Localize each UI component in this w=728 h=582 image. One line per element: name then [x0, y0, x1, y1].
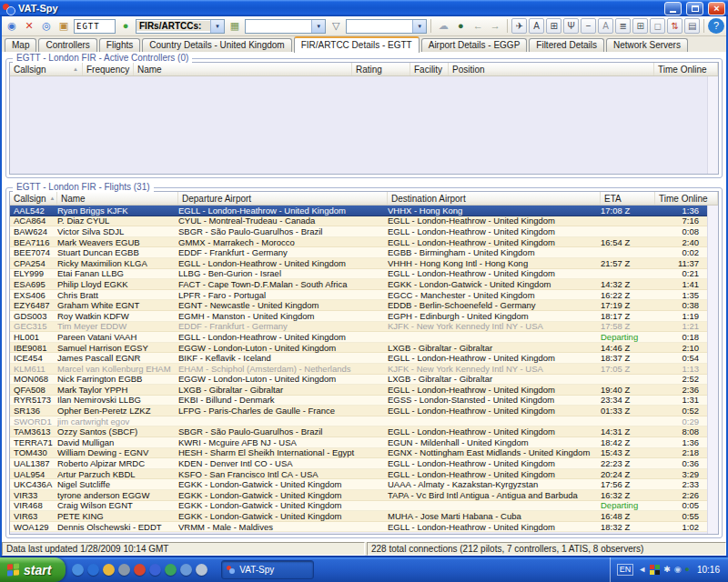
- flight-row-woa129[interactable]: WOA129Dennis Olschewski - EDDTVRMM - Mal…: [10, 522, 708, 533]
- toggle-outline-icon[interactable]: ◻: [650, 18, 665, 34]
- flight-row-qfa508[interactable]: QFA508Mark Taylor YPPHLXGB - Gibraltar -…: [10, 385, 708, 396]
- flight-row-baw624[interactable]: BAW624Victor Silva SDJLSBGR - São Paulo-…: [10, 226, 708, 237]
- tab-flights[interactable]: Flights: [99, 38, 140, 52]
- column-header-callsign[interactable]: Callsign▲: [10, 63, 83, 75]
- go-icon[interactable]: ●: [117, 18, 134, 34]
- toggle-airport-labels-icon[interactable]: A: [598, 18, 613, 34]
- flight-row-terra71[interactable]: TERRA71David MulliganKWRI - Mcguire AFB …: [10, 437, 708, 448]
- flight-row-cpa254[interactable]: CPA254Ricky Maximilion KLGAEGLL - London…: [10, 258, 708, 269]
- column-header-name[interactable]: Name: [57, 192, 178, 205]
- flight-row-vir33[interactable]: VIR33tyrone anderson EGGWEGKK - London-G…: [10, 490, 708, 501]
- quicklaunch-browser-icon[interactable]: [87, 564, 99, 576]
- vertical-scrollbar[interactable]: [707, 76, 718, 174]
- flight-row-hl001[interactable]: HL001Pareen Vatani VAAHEGLL - London-Hea…: [10, 332, 708, 343]
- column-header-time-online[interactable]: Time Online: [655, 192, 718, 205]
- filter-funnel-icon[interactable]: ▽: [328, 18, 344, 34]
- disconnect-icon[interactable]: ✕: [21, 18, 37, 34]
- column-header-callsign[interactable]: Callsign▲: [10, 192, 57, 205]
- tab-country-details-united-kingdom[interactable]: Country Details - United Kingdom: [142, 38, 291, 52]
- flight-row-bea7116[interactable]: BEA7116Mark Weavers EGUBGMMX - Marrakech…: [10, 237, 708, 248]
- flight-row-esa695[interactable]: ESA695Philip Lloyd EGKKFACT - Cape Town-…: [10, 279, 708, 290]
- column-header-time-online[interactable]: Time Online: [654, 63, 718, 75]
- flight-row-aca864[interactable]: ACA864P. Diaz CYULCYUL - Montreal-Trudea…: [10, 216, 708, 227]
- flight-row-ice454[interactable]: ICE454James Pascall EGNRBIKF - Keflavik …: [10, 353, 708, 364]
- toggle-towers-icon[interactable]: Ψ: [563, 18, 579, 34]
- flight-row-ezy6487[interactable]: EZY6487Graham White EGNTEGNT - Newcastle…: [10, 300, 708, 311]
- tray-display-icon[interactable]: [650, 565, 660, 575]
- tray-update-icon[interactable]: ✱: [663, 566, 671, 574]
- back-icon[interactable]: ←: [470, 18, 486, 34]
- language-indicator[interactable]: EN: [617, 564, 634, 576]
- column-header-facility[interactable]: Facility: [410, 63, 449, 75]
- help-icon[interactable]: ?: [708, 18, 724, 34]
- flight-row-sword1[interactable]: SWORD1jim cartwright egov0:29: [10, 416, 708, 427]
- globe-zoom-icon[interactable]: ◎: [38, 18, 55, 34]
- tray-network-icon[interactable]: ◉: [674, 566, 682, 574]
- tab-controllers[interactable]: Controllers: [38, 38, 96, 52]
- globe-icon[interactable]: ●: [452, 18, 469, 34]
- toggle-aircraft-labels-icon[interactable]: A: [529, 18, 544, 34]
- column-header-eta[interactable]: ETA: [601, 192, 655, 205]
- quicklaunch-tv-icon[interactable]: [165, 564, 177, 576]
- flight-row-exs406[interactable]: EXS406Chris BrattLPFR - Faro - PortugalE…: [10, 290, 708, 301]
- column-header-departure-airport[interactable]: Departure Airport: [178, 192, 388, 205]
- quicklaunch-player-icon[interactable]: [118, 564, 130, 576]
- flight-row-aal542[interactable]: AAL542Ryan Briggs KJFKEGLL - London-Heat…: [10, 206, 708, 216]
- toggle-boundaries-icon[interactable]: −: [581, 18, 596, 34]
- quicklaunch-desktop-icon[interactable]: [196, 564, 207, 576]
- filter-combo-1[interactable]: ▼: [245, 19, 326, 34]
- quicklaunch-opera-icon[interactable]: [134, 564, 146, 576]
- maximize-button[interactable]: [686, 2, 703, 15]
- flight-row-vir63[interactable]: VIR63PETE KINGEGKK - London-Gatwick - Un…: [10, 511, 708, 522]
- fir-search-input[interactable]: [74, 19, 116, 34]
- forward-icon[interactable]: →: [487, 18, 503, 34]
- flight-row-ual1387[interactable]: UAL1387Roberto Alpizar MRDCKDEN - Denver…: [10, 458, 708, 469]
- column-header-position[interactable]: Position: [449, 63, 654, 75]
- flight-row-ibe9081[interactable]: IBE9081Samuel Harrison EGSYEGGW - London…: [10, 343, 708, 354]
- tab-network-servers[interactable]: Network Servers: [606, 38, 688, 52]
- tray-volume-icon[interactable]: ◄: [638, 566, 646, 574]
- tray-globe-icon[interactable]: ●: [685, 566, 690, 574]
- flight-row-mon068[interactable]: MON068Nick Farrington EGBBEGGW - London-…: [10, 375, 708, 386]
- mode-combo[interactable]: FIRs/ARTCCs: ▼: [136, 19, 225, 34]
- flight-row-ukc436a[interactable]: UKC436ANigel SutcliffeEGKK - London-Gatw…: [10, 479, 708, 490]
- world-icon[interactable]: ◉: [4, 18, 20, 34]
- quicklaunch-media-icon[interactable]: [72, 564, 84, 576]
- column-header-name[interactable]: Name: [134, 63, 352, 75]
- flight-row-ual954[interactable]: UAL954Artur Parzuch KBDLKSFO - San Franc…: [10, 469, 708, 480]
- add-filter-icon[interactable]: ▦: [227, 18, 243, 34]
- toggle-airports-icon[interactable]: ⊞: [546, 18, 561, 34]
- clouds-icon[interactable]: ☁: [435, 18, 451, 34]
- taskbar-task-vat-spy[interactable]: VAT-Spy: [221, 560, 314, 579]
- flight-row-tom430[interactable]: TOM430William Dewing - EGNVHESH - Sharm …: [10, 448, 708, 459]
- close-button[interactable]: ×: [708, 2, 725, 15]
- flight-row-gds003[interactable]: GDS003Roy Watkin KDFWEGMH - Manston - Un…: [10, 311, 708, 322]
- tab-airport-details-eggp[interactable]: Airport Details - EGGP: [421, 38, 528, 52]
- start-button[interactable]: start: [0, 557, 66, 582]
- toggle-aircraft-icon[interactable]: ✈: [511, 18, 527, 34]
- quicklaunch-mail-icon[interactable]: [103, 564, 115, 576]
- flight-row-klm611[interactable]: KLM611Marcel van Kollenburg EHAMEHAM - S…: [10, 364, 708, 375]
- column-header-destination-airport[interactable]: Destination Airport: [388, 192, 601, 205]
- toggle-sector-box-icon[interactable]: ⊞: [632, 18, 648, 34]
- flight-row-gec315[interactable]: GEC315Tim Meyer EDDWEDDF - Frankfurt - G…: [10, 322, 708, 333]
- flight-row-bee7074[interactable]: BEE7074Stuart Duncan EGBBEDDF - Frankfur…: [10, 247, 708, 258]
- column-header-frequency[interactable]: Frequency: [83, 63, 134, 75]
- tab-fir-artcc-details-egtt[interactable]: FIR/ARTCC Details - EGTT: [294, 36, 420, 53]
- quicklaunch-folder-icon[interactable]: [180, 564, 192, 576]
- flight-row-vir468[interactable]: VIR468Craig Wilson EGNTEGKK - London-Gat…: [10, 501, 708, 512]
- vertical-scrollbar[interactable]: [707, 206, 718, 534]
- quicklaunch-messenger-icon[interactable]: [149, 564, 161, 576]
- snapshot-icon[interactable]: ▣: [56, 18, 72, 34]
- minimize-button[interactable]: [664, 2, 682, 15]
- tab-map[interactable]: Map: [5, 38, 36, 52]
- column-header-rating[interactable]: Rating: [352, 63, 410, 75]
- flight-row-sr136[interactable]: SR136Opher Ben-Peretz LZKZLFPG - Paris-C…: [10, 406, 708, 416]
- toggle-fir-labels-icon[interactable]: ≣: [615, 18, 631, 34]
- toggle-sort-icon[interactable]: ⇅: [667, 18, 682, 34]
- flight-row-ryr5173[interactable]: RYR5173Ilan Nemirovski LLBGEKBI - Billun…: [10, 396, 708, 406]
- flight-row-tam3613[interactable]: TAM3613Ozzy Santos (SBCF)SBGR - São Paul…: [10, 426, 708, 437]
- flight-row-ely999[interactable]: ELY999Etai Fanan LLBGLLBG - Ben-Gurion -…: [10, 269, 708, 280]
- tab-filtered-details[interactable]: Filtered Details: [529, 38, 604, 52]
- filter-combo-2[interactable]: ▼: [346, 19, 427, 34]
